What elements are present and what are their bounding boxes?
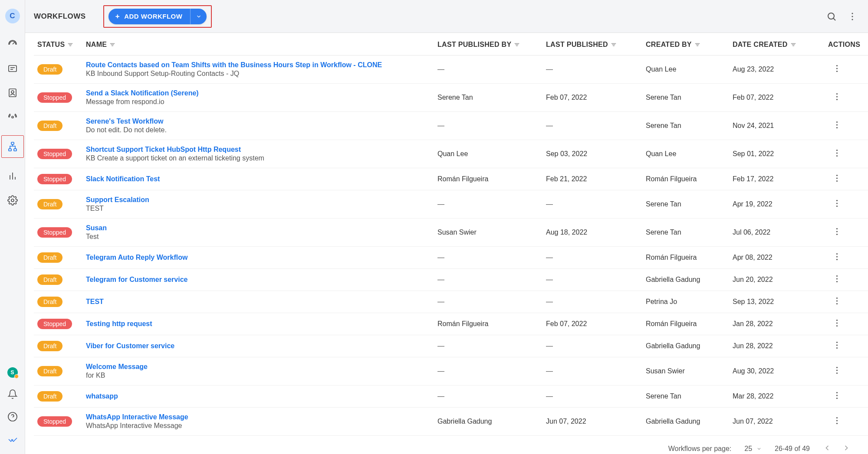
contacts-icon[interactable] [7,87,19,99]
workflow-title[interactable]: Welcome Message [86,363,431,371]
cell-date-created: Jun 07, 2022 [729,407,825,435]
pager-next[interactable] [842,444,851,454]
inbox-icon[interactable] [7,62,19,75]
cell-date-created: Feb 07, 2022 [729,83,825,111]
row-actions-button[interactable] [828,368,838,376]
workflow-title[interactable]: TEST [86,298,431,306]
workflow-title[interactable]: Support Escalation [86,196,431,204]
workflow-title[interactable]: Telegram for Customer service [86,276,431,284]
col-header-last-pub[interactable]: LAST PUBLISHED [542,33,642,55]
table-row: Draft Telegram Auto Reply Workflow — — R… [34,246,868,268]
svg-point-51 [836,177,838,179]
row-actions-button[interactable] [828,66,838,74]
brand-icon[interactable] [7,433,19,445]
add-workflow-dropdown[interactable] [190,9,207,24]
workflow-title[interactable]: Route Contacts based on Team Shifts with… [86,61,431,69]
col-header-name[interactable]: NAME [86,33,434,55]
workflow-title[interactable]: Testing http request [86,320,431,328]
cell-last-pub-by: — [434,55,542,83]
svg-point-43 [836,99,838,100]
workflow-title[interactable]: whatsapp [86,392,431,400]
col-header-date-created[interactable]: DATE CREATED [729,33,825,55]
pager-per-page[interactable]: 25 [744,445,762,453]
row-actions-button[interactable] [828,321,838,328]
svg-point-70 [836,325,838,327]
row-actions-button[interactable] [828,255,838,262]
bell-icon[interactable] [7,388,19,400]
cell-last-pub: — [542,111,642,140]
cell-created-by: Serene Tan [642,190,729,218]
status-badge: Draft [37,366,62,376]
plus-icon: + [115,13,120,20]
workflow-title[interactable]: Send a Slack Notification (Serene) [86,89,431,97]
svg-point-50 [836,175,838,176]
workflows-icon[interactable] [1,135,24,158]
status-badge: Draft [37,297,62,307]
workflow-title[interactable]: Susan [86,224,431,232]
search-icon[interactable] [826,11,837,22]
cell-last-pub-by: — [434,385,542,407]
workflow-title[interactable]: WhatsApp Interactive Message [86,413,431,421]
row-actions-button[interactable] [828,229,838,237]
table-row: Draft Viber for Customer service — — Gab… [34,335,868,357]
dashboard-icon[interactable] [7,38,19,50]
svg-point-56 [836,228,838,229]
svg-point-68 [836,320,838,321]
table-row: Draft Route Contacts based on Team Shift… [34,55,868,83]
cell-date-created: Sep 13, 2022 [729,291,825,313]
row-actions-button[interactable] [828,151,838,158]
row-actions-button[interactable] [828,201,838,209]
status-badge: Draft [37,341,62,351]
status-badge: Draft [37,64,62,75]
svg-point-53 [836,200,838,201]
svg-point-65 [836,297,838,299]
row-actions-button[interactable] [828,95,838,102]
row-actions-button[interactable] [828,343,838,350]
svg-point-66 [836,300,838,301]
svg-point-78 [836,395,838,396]
svg-point-17 [852,13,853,14]
table-row: Stopped Slack Notification Test Román Fi… [34,168,868,190]
svg-point-74 [836,367,838,368]
cell-date-created: Apr 19, 2022 [729,190,825,218]
svg-point-62 [836,275,838,277]
workflows-table: STATUS NAME LAST PUBLISHED BY LAST PUBLI… [34,33,868,436]
cell-last-pub: — [542,268,642,291]
col-header-last-pub-by[interactable]: LAST PUBLISHED BY [434,33,542,55]
row-actions-button[interactable] [828,418,838,426]
workflow-title[interactable]: Slack Notification Test [86,175,431,183]
row-actions-button[interactable] [828,299,838,306]
cell-date-created: Nov 24, 2021 [729,111,825,140]
help-icon[interactable] [7,411,19,423]
row-actions-button[interactable] [828,277,838,284]
user-avatar[interactable]: S [7,367,18,378]
cell-last-pub-by: Román Filgueira [434,168,542,190]
workflow-title[interactable]: Viber for Customer service [86,342,431,350]
broadcast-icon[interactable] [7,111,19,123]
row-actions-button[interactable] [828,176,838,183]
workflow-title[interactable]: Shortcut Support Ticket HubSpot Http Req… [86,146,431,154]
add-workflow-button[interactable]: + ADD WORKFLOW [108,9,191,24]
status-badge: Draft [37,199,62,209]
add-workflow-group: + ADD WORKFLOW [108,9,207,24]
reports-icon[interactable] [7,170,19,182]
svg-point-52 [836,180,838,182]
topbar-right [826,11,858,22]
workflow-title[interactable]: Telegram Auto Reply Workflow [86,254,431,261]
workflow-desc: TEST [86,205,431,212]
col-header-status[interactable]: STATUS [34,33,86,55]
svg-point-82 [836,423,838,424]
workflow-title[interactable]: Serene's Test Workflow [86,118,431,125]
col-header-created-by[interactable]: CREATED BY [642,33,729,55]
row-actions-button[interactable] [828,123,838,130]
cell-created-by: Serene Tan [642,385,729,407]
pager-prev[interactable] [823,444,832,454]
svg-point-48 [836,152,838,154]
table-row: Draft TEST — — Petrina Jo Sep 13, 2022 [34,291,868,313]
settings-icon[interactable] [7,194,19,206]
more-icon[interactable] [847,11,858,22]
workspace-avatar[interactable]: C [5,9,20,23]
svg-point-59 [836,253,838,255]
row-actions-button[interactable] [828,393,838,401]
svg-point-41 [836,93,838,95]
